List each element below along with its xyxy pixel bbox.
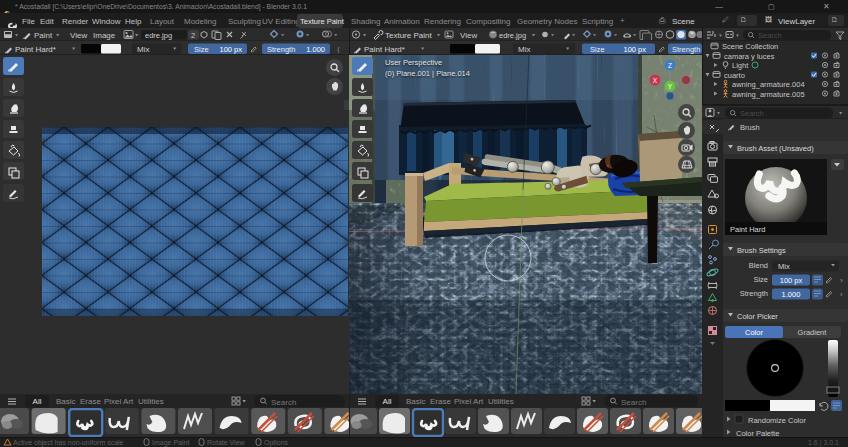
svg-text:Blend: Blend: [749, 261, 768, 270]
svg-text:Color Picker: Color Picker: [737, 312, 778, 321]
svg-text:edre.jpg: edre.jpg: [499, 31, 526, 40]
svg-text:Size: Size: [194, 45, 209, 54]
svg-text:Options: Options: [264, 439, 289, 447]
svg-text:Search: Search: [740, 109, 764, 118]
svg-text:awning_armature.004: awning_armature.004: [732, 80, 805, 89]
svg-text:Paint: Paint: [34, 31, 53, 40]
svg-text:Image Paint: Image Paint: [152, 439, 189, 447]
svg-text:awning_armature.005: awning_armature.005: [732, 90, 805, 99]
svg-text:Z: Z: [668, 62, 672, 69]
svg-text:Rotate View: Rotate View: [207, 439, 246, 446]
svg-text:Size: Size: [590, 45, 605, 54]
svg-text:Image: Image: [93, 31, 116, 40]
svg-text:›: ›: [840, 290, 843, 299]
svg-text:Scene Collection: Scene Collection: [722, 42, 778, 51]
svg-text:Search: Search: [621, 398, 646, 407]
svg-text:Basic: Basic: [56, 397, 76, 406]
svg-text:All: All: [383, 397, 392, 406]
svg-text:Y: Y: [668, 83, 673, 90]
svg-text:⟨: ⟨: [337, 46, 340, 53]
svg-text:Mix: Mix: [137, 45, 149, 54]
svg-text:Utilities: Utilities: [488, 397, 514, 406]
svg-text:Pixel Art: Pixel Art: [104, 397, 134, 406]
svg-text:Brush Asset (Unsaved): Brush Asset (Unsaved): [737, 144, 814, 153]
svg-text:1.000: 1.000: [782, 290, 801, 299]
svg-text:Erase: Erase: [80, 397, 101, 406]
svg-text:Search: Search: [758, 31, 782, 40]
svg-text:Texture Paint: Texture Paint: [385, 31, 432, 40]
svg-text:View: View: [70, 31, 87, 40]
svg-text:Search: Search: [271, 398, 296, 407]
svg-text:Brush: Brush: [740, 123, 760, 132]
svg-text:Utilities: Utilities: [138, 397, 164, 406]
svg-text:Randomize Color: Randomize Color: [748, 416, 806, 425]
svg-text:Strength: Strength: [267, 45, 295, 54]
svg-text:cuarto: cuarto: [724, 71, 745, 80]
svg-text:camara y luces: camara y luces: [724, 52, 775, 61]
svg-text:Mix: Mix: [778, 262, 790, 271]
svg-text:Color: Color: [745, 328, 763, 337]
svg-text:Paint Hard*: Paint Hard*: [364, 45, 405, 54]
svg-text:Size: Size: [753, 275, 768, 284]
svg-text:Brush Settings: Brush Settings: [737, 246, 786, 255]
svg-text:2: 2: [191, 31, 195, 40]
svg-text:edre.jpg: edre.jpg: [145, 31, 172, 40]
svg-text:Color Palette: Color Palette: [736, 429, 779, 438]
svg-text:Gradient: Gradient: [798, 328, 828, 337]
svg-text:Strength: Strength: [740, 289, 768, 298]
svg-text:View: View: [460, 31, 477, 40]
svg-text:100 px: 100 px: [780, 276, 803, 285]
svg-text:Light: Light: [732, 61, 749, 70]
svg-text:Paint Hard: Paint Hard: [730, 225, 765, 234]
svg-text:1.6 | 3.0.1: 1.6 | 3.0.1: [808, 439, 839, 447]
svg-text:›: ›: [840, 276, 843, 285]
svg-text:100 px: 100 px: [219, 45, 242, 54]
svg-text:X: X: [653, 77, 658, 84]
svg-text:Pixel Art: Pixel Art: [454, 397, 484, 406]
svg-text:Basic: Basic: [406, 397, 426, 406]
svg-text:Paint Hard*: Paint Hard*: [15, 45, 56, 54]
svg-text:100 px: 100 px: [623, 45, 646, 54]
svg-text:Active object has non-uniform: Active object has non-uniform scale: [13, 439, 124, 447]
svg-text:All: All: [33, 397, 42, 406]
svg-text:Erase: Erase: [430, 397, 451, 406]
svg-text:Mix: Mix: [518, 45, 530, 54]
svg-text:1.000: 1.000: [306, 45, 325, 54]
